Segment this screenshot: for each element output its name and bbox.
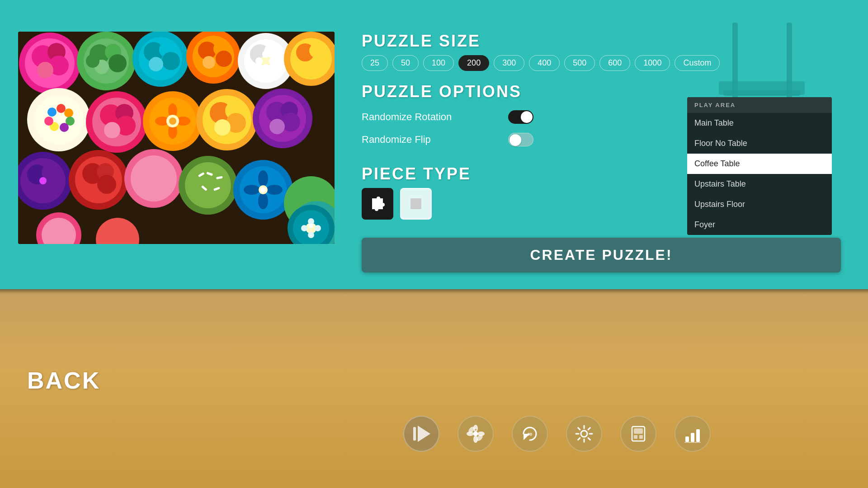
svg-point-21: [86, 54, 99, 68]
svg-point-42: [269, 57, 276, 65]
svg-point-53: [60, 123, 69, 132]
palette-icon: [628, 424, 648, 444]
svg-rect-122: [410, 198, 421, 209]
size-btn-300[interactable]: 300: [494, 55, 524, 71]
randomize-flip-toggle[interactable]: [508, 133, 533, 146]
svg-point-33: [203, 56, 215, 69]
svg-point-105: [244, 185, 260, 195]
svg-point-48: [34, 95, 84, 145]
flower-button[interactable]: ✦: [458, 416, 494, 452]
svg-point-46: [309, 43, 324, 58]
svg-text:✦: ✦: [474, 428, 477, 432]
main-area: PUZZLE SIZE 25 50 100 200 300 400 500 60…: [0, 0, 868, 289]
svg-rect-136: [634, 428, 643, 434]
stats-button[interactable]: [675, 416, 711, 452]
play-area-item-upstairs-table[interactable]: Upstairs Table: [687, 174, 832, 194]
svg-point-61: [104, 122, 120, 138]
svg-point-103: [258, 170, 268, 187]
svg-point-104: [258, 193, 268, 209]
svg-point-51: [64, 108, 73, 117]
svg-rect-142: [684, 442, 701, 443]
size-btn-50[interactable]: 50: [392, 55, 419, 71]
size-btn-100[interactable]: 100: [423, 55, 454, 71]
size-btn-600[interactable]: 600: [599, 55, 630, 71]
randomize-rotation-toggle[interactable]: [508, 110, 533, 124]
size-btn-500[interactable]: 500: [564, 55, 595, 71]
play-bar: [413, 427, 416, 441]
svg-point-19: [108, 54, 127, 72]
svg-point-86: [39, 177, 47, 184]
svg-rect-140: [691, 433, 694, 442]
randomize-rotation-row: Randomize Rotation: [362, 106, 533, 128]
bottom-icons: ✦ 90: [403, 416, 711, 452]
play-pause-button[interactable]: [403, 416, 439, 452]
svg-point-106: [266, 185, 283, 195]
svg-point-27: [149, 57, 163, 71]
svg-point-93: [131, 155, 177, 202]
rotate-button[interactable]: 90: [512, 416, 548, 452]
svg-point-117: [308, 218, 314, 225]
flower-icon: ✦: [466, 424, 486, 444]
svg-point-26: [162, 52, 180, 70]
svg-point-32: [216, 51, 232, 67]
svg-rect-6: [719, 81, 805, 95]
rotate-icon: 90: [520, 424, 540, 444]
svg-rect-141: [696, 429, 700, 442]
size-btn-25[interactable]: 25: [362, 55, 388, 71]
svg-point-120: [315, 225, 321, 231]
size-btn-200[interactable]: 200: [458, 55, 489, 71]
play-area-item-coffee-table[interactable]: Coffee Table: [687, 154, 832, 174]
palette-button[interactable]: [620, 416, 656, 452]
svg-point-55: [44, 117, 53, 126]
toggle-knob: [521, 111, 533, 123]
svg-point-91: [97, 175, 116, 194]
bottom-bar: BACK ✦: [0, 289, 868, 488]
play-area-item-upstairs-floor[interactable]: Upstairs Floor: [687, 194, 832, 215]
settings-icon: [574, 424, 594, 444]
svg-point-50: [57, 104, 66, 113]
svg-rect-137: [634, 435, 637, 439]
play-area-item-foyer[interactable]: Foyer: [687, 215, 832, 235]
back-button[interactable]: BACK: [27, 367, 100, 394]
play-triangle: [418, 426, 430, 442]
svg-point-41: [255, 57, 263, 65]
svg-point-49: [47, 108, 57, 117]
svg-point-108: [260, 187, 266, 192]
puzzle-preview: [18, 32, 335, 244]
svg-point-119: [301, 225, 307, 231]
randomize-rotation-label: Randomize Rotation: [362, 111, 452, 123]
stats-icon: [683, 424, 703, 444]
play-area-dropdown: PLAY AREA Main Table Floor No Table Coff…: [687, 97, 832, 235]
svg-point-75: [214, 119, 231, 136]
toggle-knob-2: [509, 134, 521, 146]
svg-point-40: [262, 64, 269, 71]
svg-point-14: [37, 62, 53, 78]
settings-button[interactable]: [566, 416, 602, 452]
svg-point-118: [308, 232, 314, 238]
randomize-flip-label: Randomize Flip: [362, 134, 431, 145]
randomize-flip-row: Randomize Flip: [362, 128, 533, 151]
svg-text:90: 90: [528, 432, 532, 436]
svg-rect-138: [639, 435, 643, 439]
puzzle-piece-icon: [368, 195, 387, 213]
svg-point-134: [581, 431, 587, 437]
svg-point-69: [169, 117, 176, 125]
play-area-item-main-table[interactable]: Main Table: [687, 113, 832, 133]
svg-point-39: [262, 51, 269, 58]
divider: [0, 289, 868, 295]
piece-btn-square[interactable]: [400, 188, 432, 220]
square-piece-icon: [409, 197, 423, 211]
svg-rect-139: [685, 436, 689, 442]
svg-point-121: [309, 224, 313, 228]
play-area-item-floor-no-table[interactable]: Floor No Table: [687, 133, 832, 154]
svg-point-81: [269, 119, 285, 134]
svg-point-95: [185, 162, 231, 208]
piece-btn-puzzle[interactable]: [362, 188, 393, 220]
size-btn-400[interactable]: 400: [529, 55, 560, 71]
svg-point-130: [473, 432, 478, 436]
play-area-header: PLAY AREA: [687, 97, 832, 113]
